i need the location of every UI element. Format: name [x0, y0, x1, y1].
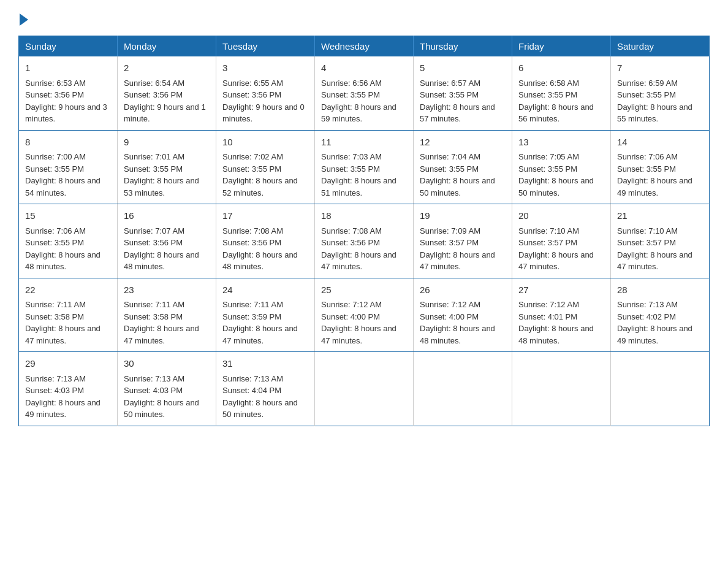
- sunrise-label: Sunrise: 7:08 AM: [222, 226, 283, 236]
- day-number: 1: [25, 61, 111, 75]
- sunset-label: Sunset: 3:59 PM: [222, 312, 281, 321]
- day-number: 7: [617, 61, 703, 75]
- calendar-cell: 7 Sunrise: 6:59 AM Sunset: 3:55 PM Dayli…: [611, 56, 710, 130]
- sunset-label: Sunset: 4:00 PM: [321, 312, 380, 321]
- sunset-label: Sunset: 3:55 PM: [222, 164, 281, 174]
- page-header: [18, 12, 710, 23]
- weekday-header-row: SundayMondayTuesdayWednesdayThursdayFrid…: [19, 36, 710, 57]
- day-number: 10: [222, 136, 308, 150]
- daylight-label: Daylight: 8 hours and 47 minutes.: [124, 324, 199, 345]
- daylight-label: Daylight: 8 hours and 50 minutes.: [518, 176, 594, 197]
- calendar-week-row: 29 Sunrise: 7:13 AM Sunset: 4:03 PM Dayl…: [19, 352, 710, 426]
- day-number: 3: [222, 61, 308, 75]
- calendar-cell: 17 Sunrise: 7:08 AM Sunset: 3:56 PM Dayl…: [216, 204, 315, 278]
- day-number: 25: [321, 283, 407, 297]
- sunset-label: Sunset: 4:00 PM: [420, 312, 479, 321]
- sunrise-label: Sunrise: 7:10 AM: [518, 226, 579, 236]
- sunset-label: Sunset: 3:56 PM: [124, 90, 183, 99]
- sunrise-label: Sunrise: 7:10 AM: [617, 226, 678, 236]
- calendar-week-row: 1 Sunrise: 6:53 AM Sunset: 3:56 PM Dayli…: [19, 56, 710, 130]
- logo: [18, 12, 28, 23]
- calendar-cell: 21 Sunrise: 7:10 AM Sunset: 3:57 PM Dayl…: [611, 204, 710, 278]
- sunset-label: Sunset: 3:55 PM: [321, 90, 380, 99]
- sunrise-label: Sunrise: 7:08 AM: [321, 226, 382, 236]
- sunrise-label: Sunrise: 7:02 AM: [222, 152, 283, 161]
- sunset-label: Sunset: 3:58 PM: [124, 312, 183, 321]
- sunrise-label: Sunrise: 6:55 AM: [222, 79, 283, 88]
- sunset-label: Sunset: 3:55 PM: [617, 164, 676, 174]
- daylight-label: Daylight: 8 hours and 49 minutes.: [617, 324, 692, 345]
- sunset-label: Sunset: 3:56 PM: [25, 90, 84, 99]
- sunset-label: Sunset: 3:57 PM: [420, 238, 479, 247]
- day-number: 20: [518, 209, 604, 223]
- daylight-label: Daylight: 8 hours and 50 minutes.: [124, 398, 199, 419]
- sunrise-label: Sunrise: 7:05 AM: [518, 152, 579, 161]
- daylight-label: Daylight: 8 hours and 55 minutes.: [617, 102, 692, 124]
- day-number: 13: [518, 136, 604, 150]
- sunrise-label: Sunrise: 6:54 AM: [124, 79, 184, 88]
- sunset-label: Sunset: 3:56 PM: [124, 238, 183, 247]
- sunrise-label: Sunrise: 7:07 AM: [124, 226, 184, 236]
- daylight-label: Daylight: 8 hours and 52 minutes.: [222, 176, 298, 197]
- daylight-label: Daylight: 8 hours and 47 minutes.: [25, 324, 100, 345]
- weekday-header: Wednesday: [315, 36, 414, 57]
- calendar-cell: 27 Sunrise: 7:12 AM Sunset: 4:01 PM Dayl…: [512, 278, 611, 352]
- day-number: 22: [25, 283, 111, 297]
- calendar-cell: 14 Sunrise: 7:06 AM Sunset: 3:55 PM Dayl…: [611, 130, 710, 204]
- sunrise-label: Sunrise: 7:06 AM: [617, 152, 678, 161]
- calendar-cell: 26 Sunrise: 7:12 AM Sunset: 4:00 PM Dayl…: [414, 278, 512, 352]
- sunset-label: Sunset: 4:01 PM: [518, 312, 577, 321]
- day-number: 16: [124, 209, 210, 223]
- daylight-label: Daylight: 8 hours and 51 minutes.: [321, 176, 396, 197]
- sunset-label: Sunset: 3:56 PM: [321, 238, 380, 247]
- sunset-label: Sunset: 4:02 PM: [617, 312, 676, 321]
- weekday-header: Friday: [512, 36, 611, 57]
- day-number: 6: [518, 61, 604, 75]
- calendar-table: SundayMondayTuesdayWednesdayThursdayFrid…: [18, 36, 710, 426]
- daylight-label: Daylight: 8 hours and 48 minutes.: [124, 250, 199, 272]
- day-number: 15: [25, 209, 111, 223]
- sunset-label: Sunset: 3:56 PM: [222, 238, 281, 247]
- sunrise-label: Sunrise: 7:04 AM: [420, 152, 480, 161]
- sunset-label: Sunset: 3:55 PM: [617, 90, 676, 99]
- sunrise-label: Sunrise: 7:03 AM: [321, 152, 382, 161]
- calendar-cell: 18 Sunrise: 7:08 AM Sunset: 3:56 PM Dayl…: [315, 204, 414, 278]
- sunrise-label: Sunrise: 7:12 AM: [518, 300, 579, 309]
- daylight-label: Daylight: 8 hours and 50 minutes.: [420, 176, 495, 197]
- calendar-cell: 24 Sunrise: 7:11 AM Sunset: 3:59 PM Dayl…: [216, 278, 315, 352]
- daylight-label: Daylight: 8 hours and 56 minutes.: [518, 102, 594, 124]
- day-number: 23: [124, 283, 210, 297]
- day-number: 18: [321, 209, 407, 223]
- sunrise-label: Sunrise: 7:11 AM: [124, 300, 184, 309]
- calendar-cell: 6 Sunrise: 6:58 AM Sunset: 3:55 PM Dayli…: [512, 56, 611, 130]
- sunrise-label: Sunrise: 7:01 AM: [124, 152, 184, 161]
- calendar-cell: 23 Sunrise: 7:11 AM Sunset: 3:58 PM Dayl…: [118, 278, 216, 352]
- day-number: 12: [420, 136, 506, 150]
- sunrise-label: Sunrise: 7:13 AM: [124, 374, 184, 383]
- daylight-label: Daylight: 8 hours and 59 minutes.: [321, 102, 396, 124]
- day-number: 27: [518, 283, 604, 297]
- sunrise-label: Sunrise: 6:58 AM: [518, 79, 579, 88]
- daylight-label: Daylight: 8 hours and 47 minutes.: [617, 250, 692, 272]
- calendar-cell: 9 Sunrise: 7:01 AM Sunset: 3:55 PM Dayli…: [118, 130, 216, 204]
- daylight-label: Daylight: 8 hours and 47 minutes.: [420, 250, 495, 272]
- calendar-cell: [611, 352, 710, 426]
- day-number: 30: [124, 357, 210, 371]
- calendar-cell: 8 Sunrise: 7:00 AM Sunset: 3:55 PM Dayli…: [19, 130, 118, 204]
- calendar-cell: 20 Sunrise: 7:10 AM Sunset: 3:57 PM Dayl…: [512, 204, 611, 278]
- daylight-label: Daylight: 8 hours and 57 minutes.: [420, 102, 495, 124]
- daylight-label: Daylight: 8 hours and 48 minutes.: [222, 250, 298, 272]
- sunrise-label: Sunrise: 6:57 AM: [420, 79, 480, 88]
- daylight-label: Daylight: 8 hours and 49 minutes.: [25, 398, 100, 419]
- calendar-cell: 2 Sunrise: 6:54 AM Sunset: 3:56 PM Dayli…: [118, 56, 216, 130]
- sunrise-label: Sunrise: 7:13 AM: [25, 374, 86, 383]
- calendar-cell: 1 Sunrise: 6:53 AM Sunset: 3:56 PM Dayli…: [19, 56, 118, 130]
- calendar-cell: 19 Sunrise: 7:09 AM Sunset: 3:57 PM Dayl…: [414, 204, 512, 278]
- sunset-label: Sunset: 3:55 PM: [25, 238, 84, 247]
- calendar-cell: 29 Sunrise: 7:13 AM Sunset: 4:03 PM Dayl…: [19, 352, 118, 426]
- day-number: 11: [321, 136, 407, 150]
- daylight-label: Daylight: 9 hours and 3 minutes.: [25, 102, 107, 124]
- day-number: 4: [321, 61, 407, 75]
- sunset-label: Sunset: 3:55 PM: [420, 90, 479, 99]
- day-number: 5: [420, 61, 506, 75]
